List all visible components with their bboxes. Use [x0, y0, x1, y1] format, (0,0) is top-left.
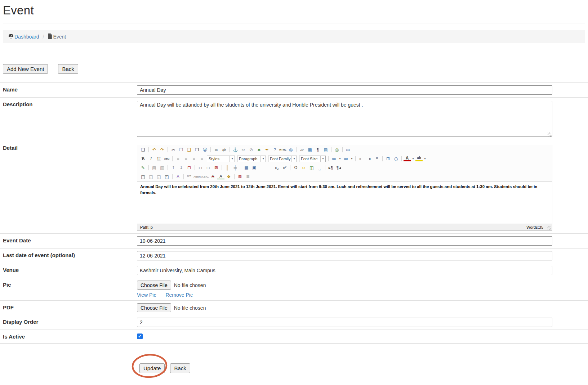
delete-row-icon[interactable]: ⊟: [186, 165, 193, 171]
superscript-icon[interactable]: x²: [281, 165, 288, 171]
event-date-input[interactable]: [137, 236, 552, 246]
table-properties-icon[interactable]: ▣: [251, 165, 258, 171]
indent-icon[interactable]: ⇥: [365, 156, 373, 162]
subscript-icon[interactable]: x₂: [273, 165, 280, 171]
preview-icon[interactable]: ◎: [287, 147, 294, 153]
insert-row-before-icon[interactable]: ↥: [170, 165, 177, 171]
description-textarea[interactable]: Annual Day will be attanded by all the s…: [137, 101, 552, 137]
pic-choose-file-button[interactable]: Choose File: [137, 281, 171, 290]
split-cells-icon[interactable]: ╫: [224, 165, 231, 171]
template-icon[interactable]: ▤: [322, 147, 329, 153]
attributes-icon[interactable]: ❖: [225, 174, 232, 180]
align-center-icon[interactable]: ≡: [182, 156, 190, 162]
page-break-icon[interactable]: ≣: [244, 174, 251, 180]
special-char-icon[interactable]: Ω: [292, 165, 299, 171]
insert-time-icon[interactable]: ◷: [392, 156, 400, 162]
align-left-icon[interactable]: ≡: [174, 156, 182, 162]
new-document-icon[interactable]: ❏: [139, 147, 147, 153]
print-icon[interactable]: ⎙: [333, 147, 340, 153]
delete-col-icon[interactable]: ⊠: [213, 165, 220, 171]
move-forward-icon[interactable]: ◱: [147, 174, 155, 180]
acronym-icon[interactable]: A.B.C.: [201, 174, 209, 180]
insert-date-icon[interactable]: ⊞: [384, 156, 392, 162]
numbered-list-menu-icon[interactable]: ▾: [350, 156, 353, 162]
redo-icon[interactable]: ↷: [159, 147, 166, 153]
horizontal-rule-icon[interactable]: —: [262, 165, 269, 171]
help-icon[interactable]: ?: [271, 147, 279, 153]
insert-image-icon[interactable]: ♣: [255, 147, 263, 153]
venue-input[interactable]: [137, 266, 552, 275]
font-family-select[interactable]: Font Family▾: [268, 156, 297, 162]
insert-col-after-icon[interactable]: ↦: [205, 165, 212, 171]
anchor-icon[interactable]: ⚓: [232, 147, 239, 153]
find-replace-icon[interactable]: ⇄: [220, 147, 228, 153]
ins-icon[interactable]: A: [217, 174, 224, 179]
insert-media-icon[interactable]: ◫: [308, 165, 315, 171]
unlink-icon[interactable]: ⊘: [248, 147, 255, 153]
bullet-list-menu-icon[interactable]: ▾: [338, 156, 342, 162]
fullscreen-icon[interactable]: ▭: [344, 147, 352, 153]
table-row-properties-icon[interactable]: ▤: [151, 165, 158, 171]
insert-table-icon[interactable]: ▦: [243, 165, 250, 171]
del-icon[interactable]: A: [209, 174, 217, 180]
editor-content[interactable]: Annual Day will be celebrated from 20th …: [137, 181, 552, 224]
link-icon[interactable]: ∾: [240, 147, 247, 153]
is-active-checkbox[interactable]: ✓: [137, 333, 143, 339]
eraser-icon[interactable]: ▱: [298, 147, 306, 153]
highlight-color-icon[interactable]: ab: [415, 156, 423, 161]
back-button-bottom[interactable]: Back: [170, 363, 190, 373]
outdent-icon[interactable]: ⇤: [357, 156, 365, 162]
visual-aid-icon[interactable]: ▦: [306, 147, 313, 153]
back-button-top[interactable]: Back: [58, 64, 78, 74]
copy-icon[interactable]: ❐: [178, 147, 185, 153]
breadcrumb-link-dashboard[interactable]: Dashboard: [8, 33, 39, 40]
merge-cells-icon[interactable]: ╪: [232, 165, 239, 171]
nonbreaking-icon[interactable]: ⎵: [316, 165, 323, 171]
rtl-icon[interactable]: ¶◂: [335, 165, 342, 171]
emoticon-icon[interactable]: ☺: [300, 165, 307, 171]
paste-icon[interactable]: ❑: [186, 147, 193, 153]
absolute-position-icon[interactable]: ◳: [163, 174, 170, 180]
style-props-icon[interactable]: A: [174, 174, 182, 180]
cite-icon[interactable]: ❝❞: [186, 174, 193, 180]
italic-icon[interactable]: I: [147, 156, 155, 162]
highlight-color-menu-icon[interactable]: ▾: [423, 156, 427, 162]
show-blocks-icon[interactable]: ¶: [314, 147, 321, 153]
find-icon[interactable]: ∞: [213, 147, 220, 153]
paste-from-word-icon[interactable]: Ⓦ: [201, 147, 209, 153]
font-size-select[interactable]: Font Size▾: [299, 156, 326, 162]
text-color-icon[interactable]: A: [404, 156, 411, 161]
align-justify-icon[interactable]: ≡: [198, 156, 205, 162]
last-date-input[interactable]: [137, 251, 552, 260]
bold-icon[interactable]: B: [139, 156, 147, 162]
format-select[interactable]: Paragraph▾: [237, 156, 266, 162]
insert-edit-table-icon[interactable]: ✎: [139, 165, 147, 171]
abbr-icon[interactable]: ABBR: [193, 174, 201, 180]
undo-icon[interactable]: ↶: [151, 147, 158, 153]
edit-html-icon[interactable]: HTML: [279, 147, 286, 153]
editor-resize-grip[interactable]: [547, 226, 551, 230]
update-button[interactable]: Update: [139, 363, 165, 373]
text-color-menu-icon[interactable]: ▾: [411, 156, 415, 162]
cut-icon[interactable]: ✂: [170, 147, 177, 153]
insert-layer-icon[interactable]: ◰: [139, 174, 147, 180]
blockquote-icon[interactable]: ❝: [373, 156, 380, 162]
align-right-icon[interactable]: ≡: [190, 156, 197, 162]
insert-row-after-icon[interactable]: ↧: [178, 165, 185, 171]
visual-chars-icon[interactable]: ⊠: [236, 174, 244, 180]
paste-as-text-icon[interactable]: ❒: [193, 147, 201, 153]
name-input[interactable]: [137, 85, 552, 95]
add-new-event-button[interactable]: Add New Event: [3, 64, 48, 74]
styles-select[interactable]: Styles▾: [207, 156, 235, 162]
remove-pic-link[interactable]: Remove Pic: [165, 292, 192, 298]
pdf-choose-file-button[interactable]: Choose File: [137, 303, 171, 312]
strikethrough-icon[interactable]: ABC: [163, 156, 170, 162]
table-cell-properties-icon[interactable]: ▥: [159, 165, 166, 171]
move-backward-icon[interactable]: ◲: [155, 174, 162, 180]
ltr-icon[interactable]: ▸¶: [327, 165, 334, 171]
numbered-list-icon[interactable]: ≕: [342, 156, 349, 162]
display-order-input[interactable]: [137, 318, 552, 327]
bullet-list-icon[interactable]: ≔: [330, 156, 338, 162]
cleanup-icon[interactable]: ✒: [263, 147, 271, 153]
view-pic-link[interactable]: View Pic: [137, 292, 156, 298]
